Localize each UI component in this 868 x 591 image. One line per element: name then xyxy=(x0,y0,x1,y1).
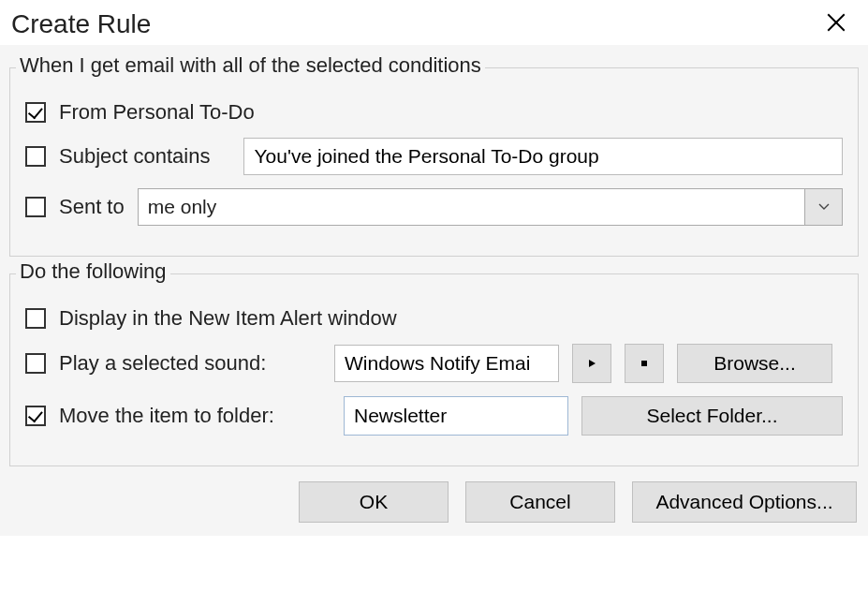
actions-group: Do the following Display in the New Item… xyxy=(9,273,859,466)
ok-button[interactable]: OK xyxy=(299,481,449,523)
dialog-title: Create Rule xyxy=(11,9,151,39)
move-folder-label: Move the item to folder: xyxy=(59,404,331,428)
folder-name-input[interactable] xyxy=(344,396,568,436)
action-move-row: Move the item to folder: Select Folder..… xyxy=(25,396,843,436)
dialog-footer: OK Cancel Advanced Options... xyxy=(9,481,859,523)
subject-label: Subject contains xyxy=(59,144,210,169)
subject-checkbox[interactable] xyxy=(25,146,46,167)
display-alert-label: Display in the New Item Alert window xyxy=(59,306,397,331)
title-bar: Create Rule xyxy=(0,0,868,45)
svg-marker-2 xyxy=(589,360,596,367)
move-folder-checkbox[interactable] xyxy=(25,406,46,426)
sentto-value: me only xyxy=(139,189,804,225)
cancel-button[interactable]: Cancel xyxy=(465,481,615,523)
condition-sentto-row: Sent to me only xyxy=(25,188,843,226)
advanced-options-button[interactable]: Advanced Options... xyxy=(632,481,857,523)
conditions-group: When I get email with all of the selecte… xyxy=(9,67,859,257)
subject-input[interactable] xyxy=(243,138,843,175)
browse-button[interactable]: Browse... xyxy=(677,344,832,383)
display-alert-checkbox[interactable] xyxy=(25,308,46,329)
action-display-row: Display in the New Item Alert window xyxy=(25,306,843,331)
condition-from-row: From Personal To-Do xyxy=(25,100,843,125)
action-sound-row: Play a selected sound: Browse... xyxy=(25,344,843,383)
sentto-dropdown[interactable]: me only xyxy=(138,188,843,226)
play-sound-label: Play a selected sound: xyxy=(59,351,321,376)
sound-file-input[interactable] xyxy=(334,345,559,382)
svg-rect-3 xyxy=(641,361,647,366)
stop-icon[interactable] xyxy=(625,344,664,383)
select-folder-button[interactable]: Select Folder... xyxy=(581,396,843,436)
sentto-checkbox[interactable] xyxy=(25,197,46,217)
dialog-content: When I get email with all of the selecte… xyxy=(0,45,868,536)
chevron-down-icon[interactable] xyxy=(804,189,842,225)
actions-legend: Do the following xyxy=(16,259,170,284)
close-icon[interactable] xyxy=(821,9,851,37)
conditions-legend: When I get email with all of the selecte… xyxy=(16,53,485,78)
play-sound-checkbox[interactable] xyxy=(25,353,46,374)
from-label: From Personal To-Do xyxy=(59,100,255,125)
from-checkbox[interactable] xyxy=(25,102,46,123)
condition-subject-row: Subject contains xyxy=(25,138,843,175)
sentto-label: Sent to xyxy=(59,195,125,219)
play-icon[interactable] xyxy=(572,344,611,383)
